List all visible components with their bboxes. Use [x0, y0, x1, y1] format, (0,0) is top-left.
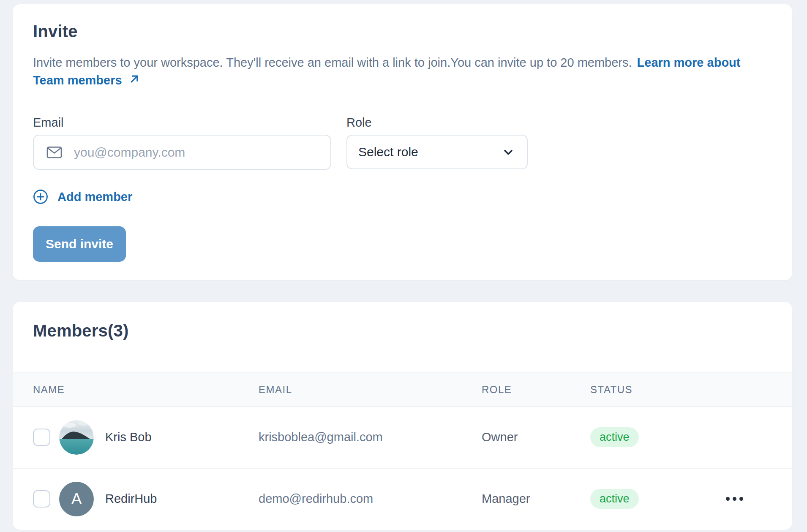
chevron-down-icon [502, 145, 515, 159]
role-label: Role [346, 115, 528, 130]
add-member-label: Add member [57, 190, 132, 204]
name-cell: A RedirHub [33, 482, 259, 516]
member-name: Kris Bob [105, 430, 152, 444]
mail-icon [46, 146, 62, 159]
members-title: Members(3) [13, 321, 792, 340]
add-member-button[interactable]: Add member [33, 189, 132, 204]
status-badge: active [590, 427, 639, 447]
member-role: Manager [482, 492, 590, 506]
column-header-email: EMAIL [259, 384, 482, 396]
table-row: A RedirHub demo@redirhub.com Manager act… [13, 468, 792, 529]
row-checkbox[interactable] [33, 429, 50, 446]
column-header-role: ROLE [482, 384, 590, 396]
member-email: demo@redirhub.com [259, 492, 482, 506]
status-cell: active [590, 427, 713, 447]
email-input[interactable] [74, 145, 320, 160]
status-cell: active [590, 489, 713, 509]
send-invite-button[interactable]: Send invite [33, 226, 126, 262]
email-input-wrapper [33, 135, 331, 170]
column-header-status: STATUS [590, 384, 713, 396]
member-role: Owner [482, 430, 590, 444]
row-menu-ellipsis-icon[interactable] [723, 494, 746, 503]
menu-cell [713, 494, 772, 503]
members-card: Members(3) NAME EMAIL ROLE STATUS [13, 302, 792, 530]
external-link-arrow-icon [128, 73, 141, 85]
row-checkbox[interactable] [33, 490, 50, 508]
role-select[interactable]: Select role [346, 135, 528, 169]
member-name: RedirHub [105, 492, 157, 506]
members-table-header: NAME EMAIL ROLE STATUS [13, 372, 792, 407]
role-field-group: Role Select role [346, 115, 528, 170]
member-email: krisboblea@gmail.com [259, 430, 482, 444]
name-cell: Kris Bob [33, 420, 259, 455]
avatar: A [59, 482, 94, 516]
plus-circle-icon [33, 189, 48, 204]
invite-title: Invite [33, 22, 772, 41]
invite-description-text: Invite members to your workspace. They'l… [33, 56, 632, 69]
table-row: Kris Bob krisboblea@gmail.com Owner acti… [13, 407, 792, 468]
status-badge: active [590, 489, 639, 509]
invite-card: Invite Invite members to your workspace.… [13, 4, 792, 280]
avatar [59, 420, 94, 455]
invite-description: Invite members to your workspace. They'l… [33, 54, 772, 89]
email-label: Email [33, 115, 331, 130]
invite-form-row: Email Role Select role [33, 115, 772, 170]
email-field-group: Email [33, 115, 331, 170]
island-photo-avatar [59, 420, 94, 455]
role-select-value: Select role [358, 145, 418, 159]
column-header-name: NAME [33, 384, 259, 396]
